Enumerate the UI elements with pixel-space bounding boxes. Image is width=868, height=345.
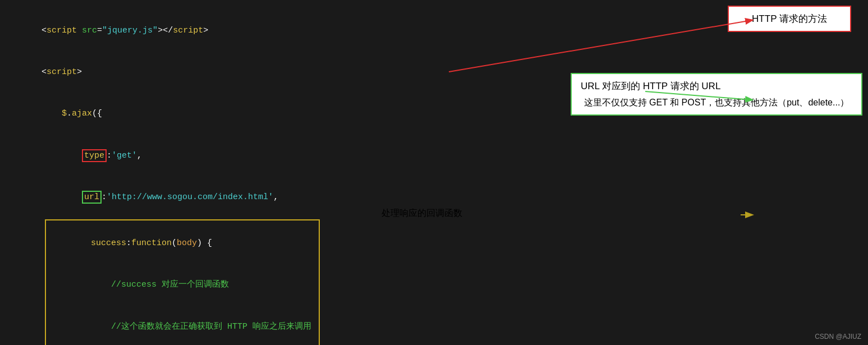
success-line: success:function(body) { [50, 223, 314, 264]
code-panel: <script src="jquery.js"></script> <scrip… [0, 0, 370, 345]
callback-label: 处理响应的回调函数 [382, 208, 462, 218]
comment-success: //success 对应一个回调函数 [50, 265, 314, 306]
type-keyword: type [82, 149, 107, 163]
code-line-url: url:'http://www.sogou.com/index.html', [11, 177, 359, 218]
comment-async1: //这个函数就会在正确获取到 HTTP 响应之后来调用 [50, 306, 314, 345]
svg-line-0 [449, 20, 752, 72]
code-line-type: type:'get', [11, 135, 359, 177]
code-line-3: $.ajax({ [11, 94, 359, 135]
callback-annotation: 处理响应的回调函数 [382, 208, 462, 219]
url-keyword: url [82, 191, 102, 204]
url-sub-text: 这里不仅仅支持 GET 和 POST，也支持其他方法（put、delete...… [581, 97, 852, 109]
watermark: CSDN @AJIUZ [815, 333, 861, 341]
http-method-label: HTTP 请求的方法 [752, 13, 827, 24]
url-annotation: URL 对应到的 HTTP 请求的 URL 这里不仅仅支持 GET 和 POST… [571, 73, 862, 116]
arrows-overlay [370, 0, 868, 345]
code-line-2: <script> [11, 52, 359, 93]
code-line-1: <script src="jquery.js"></script> [11, 10, 359, 52]
url-main-text: URL 对应到的 HTTP 请求的 URL [581, 80, 852, 93]
annotations-panel: HTTP 请求的方法 URL 对应到的 HTTP 请求的 URL 这里不仅仅支持… [370, 0, 868, 345]
main-container: <script src="jquery.js"></script> <scrip… [0, 0, 868, 345]
http-method-annotation: HTTP 请求的方法 [728, 6, 851, 32]
success-error-block: success:function(body) { //success 对应一个回… [45, 219, 320, 345]
